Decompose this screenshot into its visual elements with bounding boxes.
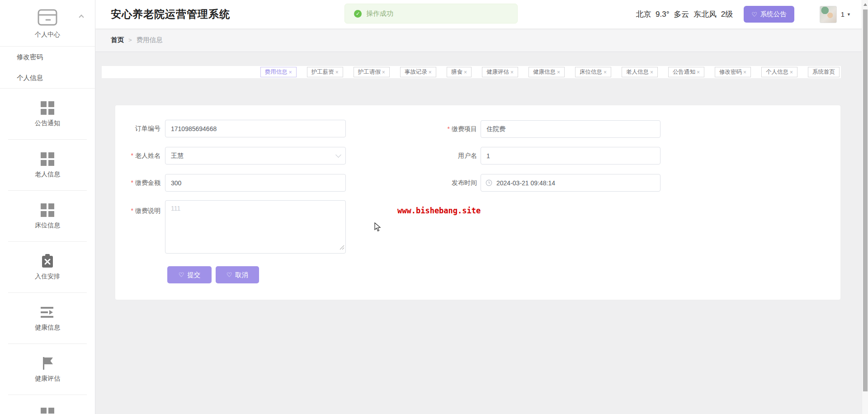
cancel-button[interactable]: ♡ 取消 — [216, 266, 259, 283]
sidebar-item-elder-info[interactable]: 老人信息 — [0, 140, 95, 190]
elder-name-label: *老人姓名 — [115, 147, 160, 165]
tab-system-home[interactable]: 系统首页 — [808, 67, 840, 77]
tab-bed-info[interactable]: 床位信息 × — [575, 67, 611, 77]
cancel-button-label: 取消 — [235, 271, 248, 279]
breadcrumb-home[interactable]: 首页 — [111, 36, 124, 44]
tab-close-icon[interactable]: × — [429, 69, 432, 75]
chevron-down-icon[interactable]: ▼ — [847, 12, 851, 17]
breadcrumb-current: 费用信息 — [137, 36, 163, 44]
tab-close-icon[interactable]: × — [743, 69, 746, 75]
fee-edit-form-panel: 订单编号 *缴费项目 *老人姓名 用户名 *缴费金额 发布时间 *缴费说明 — [115, 105, 840, 300]
tab-fee-info[interactable]: 费用信息 × — [260, 67, 297, 77]
publish-time-field[interactable] — [481, 174, 660, 192]
sidebar-item-bed-info[interactable]: 床位信息 — [0, 191, 95, 241]
elder-name-select[interactable] — [165, 147, 346, 165]
payment-description-textarea[interactable] — [165, 200, 346, 254]
tab-label: 费用信息 — [265, 68, 288, 76]
flag-icon — [0, 357, 95, 370]
publish-time-label: 发布时间 — [414, 174, 477, 192]
sidebar-item-more[interactable] — [0, 395, 95, 414]
submit-button-label: 提交 — [187, 271, 200, 279]
tab-close-icon[interactable]: × — [335, 69, 339, 75]
tab-announcements[interactable]: 公告通知 × — [668, 67, 704, 77]
tab-health-assessment[interactable]: 健康评估 × — [482, 67, 518, 77]
card-icon — [37, 8, 58, 28]
tab-label: 床位信息 — [580, 68, 602, 76]
toast-message: 操作成功 — [366, 9, 393, 18]
tab-personal-info[interactable]: 个人信息 × — [761, 67, 797, 77]
sidebar-item-health-assessment[interactable]: 健康评估 — [0, 344, 95, 395]
submit-button[interactable]: ♡ 提交 — [167, 266, 212, 283]
tab-close-icon[interactable]: × — [464, 69, 467, 75]
tab-label: 公告通知 — [673, 68, 695, 76]
payment-description-label: *缴费说明 — [115, 202, 160, 220]
announcement-button-label: 系统公告 — [760, 10, 787, 19]
heart-icon: ♡ — [226, 272, 232, 278]
scroll-up-arrow-icon[interactable] — [863, 3, 867, 6]
resize-grip-icon[interactable] — [340, 244, 344, 252]
tab-label: 系统首页 — [812, 68, 835, 76]
payment-item-field[interactable] — [481, 120, 660, 138]
order-number-field[interactable] — [165, 120, 346, 137]
tab-meals[interactable]: 膳食 × — [447, 67, 472, 77]
tab-label: 护工薪资 — [311, 68, 334, 76]
user-badge: 1 — [841, 10, 844, 18]
grid-icon — [0, 203, 95, 217]
scrollbar-thumb[interactable] — [863, 9, 868, 391]
tab-close-icon[interactable]: × — [604, 69, 607, 75]
top-header: 安心养老院运营管理系统 ✓ 操作成功 北京 9.3° 多云 东北风 2级 ♡ 系… — [95, 0, 868, 28]
sidebar-item-change-password[interactable]: 修改密码 — [0, 47, 95, 67]
system-announcement-button[interactable]: ♡ 系统公告 — [744, 6, 794, 23]
user-avatar[interactable] — [820, 6, 837, 23]
sidebar-item-checkin-arrangement[interactable]: 入住安排 — [0, 242, 95, 292]
sidebar-item-personal-info[interactable]: 个人信息 — [0, 67, 95, 88]
sidebar-item-health-info[interactable]: 健康信息 — [0, 293, 95, 343]
tab-label: 事故记录 — [405, 68, 427, 76]
breadcrumb: 首页 > 费用信息 — [95, 28, 868, 52]
tab-elder-info[interactable]: 老人信息 × — [622, 67, 658, 77]
tab-change-password[interactable]: 修改密码 × — [715, 67, 751, 77]
grid-icon — [0, 152, 95, 166]
sidebar-item-label: 个人中心 — [0, 31, 95, 39]
clipboard-x-icon — [0, 254, 95, 268]
tab-caregiver-salary[interactable]: 护工薪资 × — [307, 67, 343, 77]
header-right-cluster: 北京 9.3° 多云 东北风 2级 ♡ 系统公告 1 ▼ — [636, 0, 851, 28]
tab-close-icon[interactable]: × — [510, 69, 514, 75]
sidebar-item-label: 健康评估 — [0, 375, 95, 383]
sidebar-item-label: 入住安排 — [0, 273, 95, 281]
payment-amount-label: *缴费金额 — [115, 174, 160, 192]
tab-accident-records[interactable]: 事故记录 × — [400, 67, 436, 77]
username-field[interactable] — [481, 147, 660, 165]
grid-icon — [0, 408, 95, 414]
success-toast: ✓ 操作成功 — [344, 4, 518, 24]
sidebar-item-label: 老人信息 — [0, 170, 95, 179]
order-number-label: 订单编号 — [115, 120, 160, 137]
tab-health-info[interactable]: 健康信息 × — [528, 67, 565, 77]
check-circle-icon: ✓ — [354, 10, 362, 18]
tab-close-icon[interactable]: × — [289, 69, 292, 75]
username-label: 用户名 — [414, 147, 477, 165]
sidebar: 个人中心 修改密码 个人信息 公告通知 老人信息 — [0, 0, 95, 414]
tab-close-icon[interactable]: × — [650, 69, 653, 75]
tab-close-icon[interactable]: × — [557, 69, 560, 75]
sidebar-item-label: 健康信息 — [0, 324, 95, 332]
tab-close-icon[interactable]: × — [790, 69, 793, 75]
sidebar-item-label: 公告通知 — [0, 119, 95, 127]
vertical-scrollbar[interactable] — [862, 0, 868, 414]
sidebar-item-announcements[interactable]: 公告通知 — [0, 89, 95, 139]
payment-amount-field[interactable] — [165, 174, 346, 192]
tab-close-icon[interactable]: × — [382, 69, 385, 75]
tab-close-icon[interactable]: × — [697, 69, 700, 75]
tab-label: 健康信息 — [533, 68, 556, 76]
heart-icon: ♡ — [751, 11, 757, 18]
breadcrumb-separator: > — [128, 37, 132, 43]
tab-label: 护工请假 — [358, 68, 381, 76]
sidebar-item-label: 床位信息 — [0, 221, 95, 230]
open-tabs-bar: 费用信息 × 护工薪资 × 护工请假 × 事故记录 × 膳食 × 健康评估 × … — [102, 66, 841, 78]
tab-caregiver-leave[interactable]: 护工请假 × — [354, 67, 390, 77]
chevron-up-icon[interactable] — [79, 14, 84, 19]
sidebar-item-personal-center[interactable]: 个人中心 — [0, 0, 95, 39]
grid-icon — [0, 101, 95, 115]
tab-label: 修改密码 — [719, 68, 742, 76]
weather-info: 北京 9.3° 多云 东北风 2级 — [636, 9, 733, 19]
